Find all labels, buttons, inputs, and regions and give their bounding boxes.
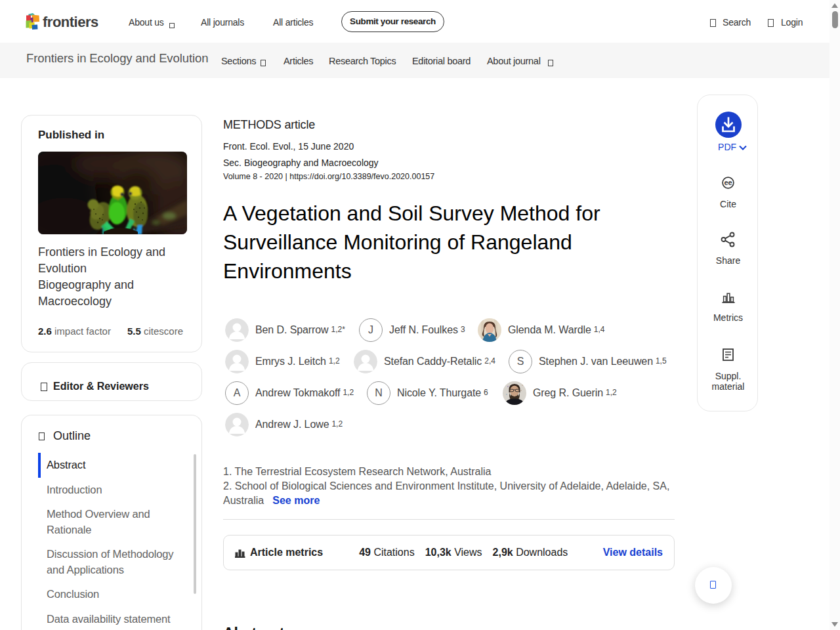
svg-text:ee: ee (724, 178, 732, 186)
